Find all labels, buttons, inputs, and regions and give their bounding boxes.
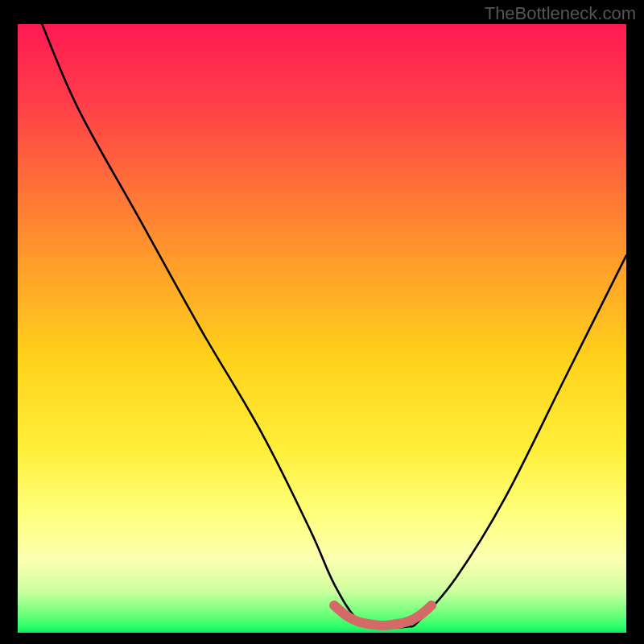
chart-gradient-background bbox=[18, 24, 626, 633]
bottleneck-curve-line bbox=[42, 24, 626, 627]
watermark-text: TheBottleneck.com bbox=[485, 3, 636, 24]
chart-svg bbox=[18, 24, 626, 633]
